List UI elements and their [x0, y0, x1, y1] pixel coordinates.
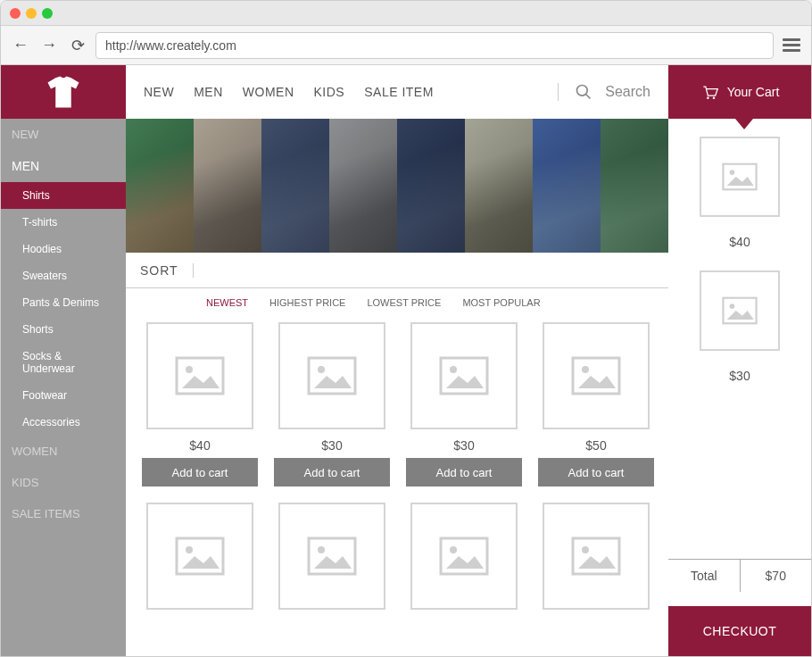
- add-to-cart-button[interactable]: Add to cart: [274, 458, 390, 487]
- nav-sale[interactable]: SALE ITEM: [364, 85, 434, 99]
- svg-point-21: [730, 170, 735, 175]
- nav-kids[interactable]: KIDS: [314, 85, 345, 99]
- image-placeholder-icon: [543, 503, 650, 610]
- image-placeholder-icon: [543, 322, 650, 429]
- add-to-cart-button[interactable]: Add to cart: [406, 458, 522, 487]
- product-price: $50: [585, 438, 606, 453]
- sidebar-item[interactable]: Socks & Underwear: [1, 343, 126, 382]
- add-to-cart-button[interactable]: Add to cart: [538, 458, 654, 487]
- product-card: $30Add to cart: [274, 322, 390, 487]
- url-input[interactable]: [95, 32, 774, 59]
- browser-window: ← → ⟳ NEW MEN WOMEN KIDS SALE ITEM Searc…: [0, 0, 812, 657]
- close-icon[interactable]: [10, 8, 21, 19]
- product-card: $50Add to cart: [538, 322, 654, 487]
- cart-item: $40: [700, 137, 780, 249]
- sort-option[interactable]: HIGHEST PRICE: [269, 297, 345, 308]
- sidebar-item[interactable]: WOMEN: [1, 436, 126, 467]
- svg-point-23: [730, 304, 735, 309]
- image-placeholder-icon: [146, 503, 253, 610]
- sidebar: NEWMENShirtsT-shirtsHoodiesSweatersPants…: [1, 65, 126, 656]
- product-grid: $40Add to cart$30Add to cart$30Add to ca…: [126, 313, 668, 619]
- image-placeholder-icon: [410, 503, 518, 610]
- cart-panel: $40$30 Total $70 CHECKUOT: [668, 65, 811, 656]
- checkout-button[interactable]: CHECKUOT: [668, 606, 811, 656]
- sidebar-item[interactable]: Shirts: [1, 182, 126, 209]
- nav-women[interactable]: WOMEN: [243, 85, 294, 99]
- search-placeholder: Search: [605, 84, 650, 100]
- product-card: [274, 503, 390, 610]
- nav-new[interactable]: NEW: [144, 85, 174, 99]
- sidebar-item[interactable]: NEW: [1, 119, 126, 150]
- banner-image: [601, 119, 668, 253]
- svg-line-1: [586, 95, 591, 99]
- add-to-cart-button[interactable]: Add to cart: [142, 458, 258, 487]
- sidebar-item[interactable]: Sweaters: [1, 262, 126, 289]
- cart-item-price: $40: [729, 235, 750, 249]
- window-titlebar: [1, 1, 811, 26]
- svg-point-3: [712, 96, 715, 99]
- sidebar-item[interactable]: Pants & Denims: [1, 289, 126, 316]
- image-placeholder-icon: [410, 322, 518, 429]
- svg-point-11: [582, 366, 589, 373]
- page-body: NEW MEN WOMEN KIDS SALE ITEM Search Your…: [1, 65, 811, 656]
- sort-option[interactable]: MOST POPULAR: [462, 297, 540, 308]
- back-button[interactable]: ←: [10, 35, 31, 56]
- product-card: [538, 503, 654, 610]
- svg-point-7: [318, 366, 325, 373]
- logo[interactable]: [1, 65, 126, 119]
- sidebar-item[interactable]: MEN: [1, 150, 126, 182]
- maximize-icon[interactable]: [42, 8, 53, 19]
- cart-button[interactable]: Your Cart: [668, 65, 811, 119]
- sort-bar: SORT: [126, 253, 668, 288]
- cart-icon: [700, 83, 718, 101]
- total-value: $70: [741, 560, 812, 592]
- sidebar-item[interactable]: Hoodies: [1, 236, 126, 262]
- sort-options: NEWESTHIGHEST PRICELOWEST PRICEMOST POPU…: [126, 288, 668, 313]
- sidebar-item[interactable]: KIDS: [1, 467, 126, 498]
- banner-image: [329, 119, 397, 253]
- banner-image: [465, 119, 533, 253]
- sidebar-item[interactable]: SALE ITEMS: [1, 498, 126, 529]
- total-label: Total: [668, 560, 741, 592]
- svg-point-17: [450, 546, 457, 553]
- banner-image: [194, 119, 261, 253]
- reload-button[interactable]: ⟳: [67, 35, 88, 56]
- banner-image: [126, 119, 194, 253]
- minimize-icon[interactable]: [26, 8, 37, 19]
- svg-point-2: [707, 96, 709, 99]
- menu-icon[interactable]: [781, 35, 802, 56]
- image-placeholder-icon: [700, 270, 780, 351]
- forward-button[interactable]: →: [38, 35, 60, 56]
- svg-point-15: [318, 546, 325, 553]
- hero-banner: [126, 119, 668, 253]
- sidebar-item[interactable]: T-shirts: [1, 209, 126, 236]
- banner-image: [397, 119, 465, 253]
- traffic-lights: [10, 8, 53, 19]
- cart-item-price: $30: [729, 369, 750, 383]
- svg-point-5: [186, 366, 193, 373]
- svg-point-19: [582, 546, 589, 553]
- search-box[interactable]: Search: [558, 83, 650, 101]
- image-placeholder-icon: [278, 503, 385, 610]
- main-content: SORT NEWESTHIGHEST PRICELOWEST PRICEMOST…: [126, 65, 668, 656]
- nav-men[interactable]: MEN: [194, 85, 223, 99]
- product-price: $30: [453, 438, 474, 453]
- banner-image: [261, 119, 329, 253]
- site-header: NEW MEN WOMEN KIDS SALE ITEM Search Your…: [1, 65, 811, 119]
- sidebar-item[interactable]: Footwear: [1, 382, 126, 409]
- svg-point-9: [450, 366, 457, 373]
- sort-option[interactable]: LOWEST PRICE: [367, 297, 441, 308]
- banner-image: [533, 119, 601, 253]
- sort-label: SORT: [140, 263, 194, 278]
- cart-arrow-icon: [735, 119, 753, 129]
- image-placeholder-icon: [278, 322, 385, 429]
- sidebar-item[interactable]: Accessories: [1, 409, 126, 436]
- svg-point-13: [186, 546, 193, 553]
- cart-total-row: Total $70: [668, 559, 811, 592]
- search-icon: [575, 83, 592, 101]
- svg-point-0: [577, 86, 588, 96]
- sidebar-item[interactable]: Shorts: [1, 316, 126, 343]
- sort-option[interactable]: NEWEST: [206, 297, 248, 308]
- cart-item: $30: [700, 270, 780, 383]
- product-card: [142, 503, 258, 610]
